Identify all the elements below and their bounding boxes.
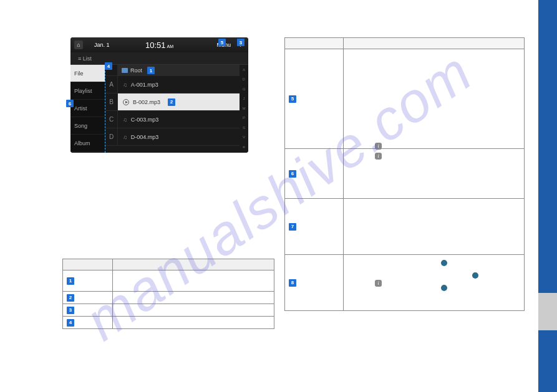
callout-2-row: 2 <box>67 294 74 302</box>
right-description-table: 5i 6i 7 8 i <box>284 37 525 311</box>
letter-a[interactable]: A <box>105 76 118 93</box>
music-note-icon: ♫ <box>123 134 127 140</box>
callout-3: 3 <box>237 39 245 46</box>
left-description-table: 1 2 3 4 <box>62 259 274 329</box>
music-note-icon: ♫ <box>123 117 127 123</box>
music-note-icon: ♫ <box>123 82 127 88</box>
sidebar-item-file[interactable]: File <box>70 65 105 82</box>
callout-8-row: 8 <box>289 279 296 287</box>
side-tab-grey <box>538 293 557 330</box>
callout-4: 4 <box>105 62 112 70</box>
sidebar-item-playlist[interactable]: Playlist <box>70 82 105 100</box>
callout-1-row: 1 <box>67 277 74 285</box>
sidebar-item-song[interactable]: Song <box>70 117 105 135</box>
bullet-dot <box>441 260 447 266</box>
root-row[interactable]: Root 1 <box>118 65 240 76</box>
callout-3-row: 3 <box>67 307 74 314</box>
time-label: 10:51AM <box>145 41 173 50</box>
callout-5-top: 5 <box>218 39 226 46</box>
date-label: Jan. 1 <box>94 42 110 48</box>
info-icon: i <box>375 153 382 160</box>
bullet-dot <box>441 285 447 291</box>
callout-2: 2 <box>168 98 175 106</box>
side-tab-blue2 <box>538 330 557 392</box>
file-row[interactable]: ♫D-004.mp3 <box>118 128 240 146</box>
list-header: ≡ List <box>70 52 248 65</box>
info-icon: i <box>375 280 382 287</box>
device-screenshot: ⌂ Jan. 1 10:51AM Menu ↩ ≡ List File Play… <box>70 37 248 153</box>
letter-d[interactable]: D <box>105 128 118 146</box>
file-row-playing[interactable]: B-002.mp32 <box>118 93 240 111</box>
callout-6-side: 6 <box>66 100 74 107</box>
bullet-dot <box>472 272 478 279</box>
callout-7-row: 7 <box>289 223 296 231</box>
alpha-index[interactable]: A D G J M P S V # <box>240 65 248 153</box>
callout-4-row: 4 <box>67 319 74 327</box>
callout-6-row: 6 <box>289 170 296 178</box>
file-column: Root 1 ♫A-001.mp3 B-002.mp32 ♫C-003.mp3 … <box>118 65 240 153</box>
sidebar-item-album[interactable]: Album <box>70 135 105 152</box>
file-row[interactable]: ♫A-001.mp3 <box>118 76 240 93</box>
folder-icon <box>122 68 128 73</box>
side-tab-blue <box>538 0 557 293</box>
callout-1: 1 <box>147 67 155 74</box>
letter-c[interactable]: C <box>105 111 118 128</box>
play-icon <box>123 99 129 105</box>
category-sidebar: File Playlist Artist Song Album <box>70 65 105 153</box>
sidebar-item-artist[interactable]: Artist <box>70 100 105 117</box>
letter-column: A B C D <box>105 65 118 153</box>
file-row[interactable]: ♫C-003.mp3 <box>118 111 240 128</box>
letter-b[interactable]: B <box>105 93 118 111</box>
callout-5-row: 5 <box>289 95 296 103</box>
home-icon[interactable]: ⌂ <box>74 41 83 49</box>
